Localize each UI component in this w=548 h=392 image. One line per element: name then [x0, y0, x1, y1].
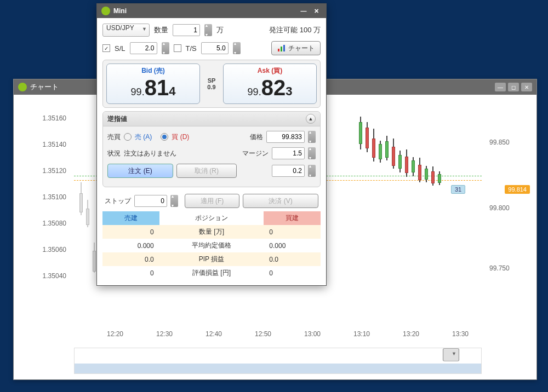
- sl-spinner[interactable]: [162, 42, 169, 54]
- qty-label: 数量: [154, 25, 168, 35]
- mini-window: Mini — ✕ USD/JPY 数量 万 発注可能 100 万 ✓ S/L T…: [96, 3, 327, 286]
- buysell-label: 売買: [107, 132, 121, 142]
- table-row: 0数量 [万]0: [102, 225, 321, 239]
- ts-spinner[interactable]: [233, 42, 241, 54]
- buy-header: 買建: [264, 211, 321, 225]
- position-header: ポジション: [159, 211, 264, 225]
- mini-titlebar[interactable]: Mini — ✕: [97, 4, 326, 18]
- section-header: 逆指値 ▲: [103, 112, 320, 126]
- close-button[interactable]: ✕: [311, 7, 322, 15]
- ask-box[interactable]: Ask (買) 99. 82 3: [223, 64, 317, 104]
- overview-selection[interactable]: [443, 348, 459, 361]
- chart-button[interactable]: チャート: [271, 41, 321, 55]
- margin-label: マージン: [242, 149, 269, 158]
- maximize-button[interactable]: ◻: [508, 83, 519, 91]
- bid-label: Bid (売): [107, 66, 199, 76]
- mini-body: USD/JPY 数量 万 発注可能 100 万 ✓ S/L T/S チャート B…: [97, 18, 326, 285]
- current-price-tag: 99.814: [505, 185, 530, 194]
- ts-label: T/S: [186, 44, 197, 53]
- cancel-spinner[interactable]: [308, 165, 316, 177]
- stop-order-section: 逆指値 ▲ 売買 売 (A) 買 (D) 価格 状況 注文はありません マ: [102, 111, 321, 187]
- bid-box[interactable]: Bid (売) 99. 81 4: [106, 64, 200, 104]
- qty-spinner[interactable]: [204, 24, 212, 36]
- bid-price: 99. 81 4: [107, 76, 199, 100]
- position-table: 売建 ポジション 買建 0数量 [万]0 0.000平均約定価格0.000 0.…: [102, 211, 321, 280]
- price-label: 価格: [250, 132, 263, 142]
- y-axis-left: 1.35160 1.35140 1.35120 1.35100 1.35080 …: [36, 106, 68, 325]
- margin-spinner[interactable]: [308, 147, 316, 159]
- settle-button[interactable]: 決済 (V): [243, 194, 318, 208]
- collapse-icon[interactable]: ▲: [306, 114, 316, 124]
- stop-label: ストップ: [105, 197, 131, 206]
- status-value: 注文はありません: [124, 149, 176, 158]
- svg-rect-1: [281, 47, 282, 51]
- margin-input[interactable]: [272, 147, 305, 159]
- table-row: 0評価損益 [円]0: [102, 266, 321, 280]
- table-row: 0.0PIP 損益0.0: [102, 252, 321, 266]
- top-row: USD/JPY 数量 万 発注可能 100 万: [102, 24, 321, 37]
- x-axis: 12:20 12:30 12:40 12:50 13:00 13:10 13:2…: [74, 330, 482, 341]
- overview-chart[interactable]: [74, 348, 482, 374]
- sell-radio[interactable]: [124, 133, 132, 141]
- buy-option: 買 (D): [172, 132, 189, 142]
- cancel-value-input[interactable]: [272, 165, 305, 177]
- sl-checkbox[interactable]: ✓: [102, 44, 110, 52]
- minimize-button[interactable]: —: [298, 7, 309, 15]
- section-body: 売買 売 (A) 買 (D) 価格 状況 注文はありません マージン: [103, 126, 320, 187]
- close-button[interactable]: ✕: [521, 83, 532, 91]
- ask-label: Ask (買): [224, 66, 316, 76]
- sl-row: ✓ S/L T/S チャート: [102, 41, 321, 55]
- cancel-button[interactable]: 取消 (R): [176, 164, 237, 178]
- price-input[interactable]: [266, 131, 305, 143]
- apply-button[interactable]: 適用 (F): [185, 194, 239, 208]
- svg-rect-0: [278, 49, 279, 51]
- ts-input[interactable]: [201, 42, 229, 54]
- sell-option: 売 (A): [135, 132, 152, 142]
- app-icon: [18, 83, 27, 91]
- sl-label: S/L: [115, 44, 125, 53]
- table-row: 0.000平均約定価格0.000: [102, 239, 321, 252]
- order-button[interactable]: 注文 (E): [107, 164, 173, 178]
- ts-checkbox[interactable]: [174, 44, 181, 52]
- buy-radio[interactable]: [161, 133, 168, 141]
- price-spinner[interactable]: [308, 131, 316, 143]
- candle-count-badge: 31: [451, 185, 465, 194]
- app-icon: [101, 7, 110, 15]
- sl-input[interactable]: [130, 42, 157, 54]
- stop-input[interactable]: [134, 195, 167, 207]
- sell-header: 売建: [102, 211, 159, 225]
- spread: SP 0.9: [202, 77, 221, 90]
- svg-rect-2: [283, 45, 285, 51]
- qty-unit: 万: [216, 25, 224, 35]
- pair-select[interactable]: USD/JPY: [102, 24, 150, 37]
- chart-icon: [277, 44, 286, 52]
- mini-title: Mini: [113, 7, 296, 15]
- stop-spinner[interactable]: [170, 195, 178, 207]
- stop-row: ストップ 適用 (F) 決済 (V): [102, 191, 321, 211]
- ask-price: 99. 82 3: [224, 76, 316, 100]
- y-axis-right: 99.850 99.800 99.750: [487, 106, 520, 325]
- status-label: 状況: [107, 149, 121, 158]
- price-panel: Bid (売) 99. 81 4 SP 0.9 Ask (買) 99. 82 3: [102, 60, 321, 108]
- orderable-label: 発注可能 100 万: [269, 25, 321, 35]
- qty-input[interactable]: [173, 24, 200, 36]
- minimize-button[interactable]: —: [495, 83, 506, 91]
